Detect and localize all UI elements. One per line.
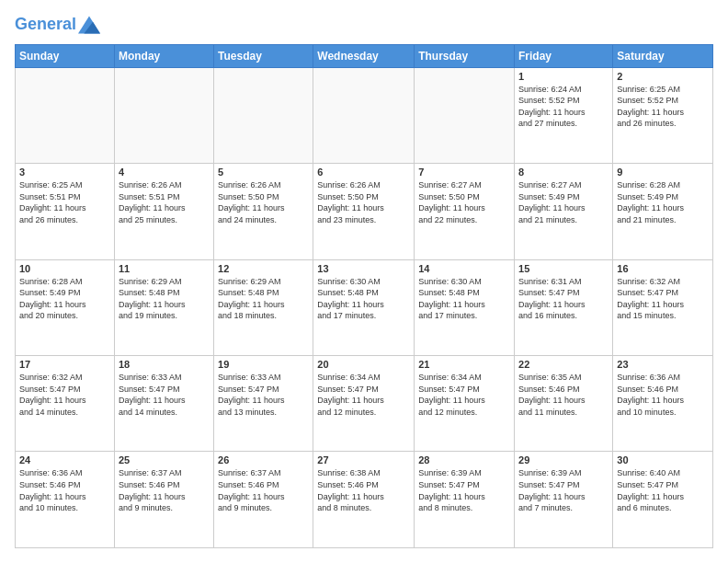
day-cell: 30Sunrise: 6:40 AM Sunset: 5:47 PM Dayli…	[613, 452, 713, 548]
day-number: 12	[218, 263, 309, 274]
day-number: 15	[518, 263, 609, 274]
day-number: 10	[19, 263, 110, 274]
day-info: Sunrise: 6:36 AM Sunset: 5:46 PM Dayligh…	[19, 467, 110, 513]
day-number: 7	[418, 167, 510, 178]
day-cell: 1Sunrise: 6:24 AM Sunset: 5:52 PM Daylig…	[515, 67, 613, 163]
day-cell: 11Sunrise: 6:29 AM Sunset: 5:48 PM Dayli…	[114, 259, 213, 355]
day-number: 17	[19, 359, 110, 370]
day-cell: 14Sunrise: 6:30 AM Sunset: 5:48 PM Dayli…	[415, 259, 515, 355]
day-cell: 25Sunrise: 6:37 AM Sunset: 5:46 PM Dayli…	[114, 452, 213, 548]
day-number: 9	[617, 167, 709, 178]
day-cell	[313, 67, 415, 163]
day-info: Sunrise: 6:33 AM Sunset: 5:47 PM Dayligh…	[218, 372, 309, 418]
day-number: 21	[418, 359, 510, 370]
day-info: Sunrise: 6:35 AM Sunset: 5:46 PM Dayligh…	[518, 372, 609, 418]
day-number: 20	[317, 359, 410, 370]
day-info: Sunrise: 6:30 AM Sunset: 5:48 PM Dayligh…	[317, 276, 410, 322]
day-info: Sunrise: 6:37 AM Sunset: 5:46 PM Dayligh…	[218, 467, 309, 513]
day-cell: 13Sunrise: 6:30 AM Sunset: 5:48 PM Dayli…	[313, 259, 415, 355]
week-row-3: 17Sunrise: 6:32 AM Sunset: 5:47 PM Dayli…	[16, 356, 713, 452]
day-number: 23	[617, 359, 709, 370]
day-cell: 10Sunrise: 6:28 AM Sunset: 5:49 PM Dayli…	[16, 259, 115, 355]
day-cell: 26Sunrise: 6:37 AM Sunset: 5:46 PM Dayli…	[214, 452, 313, 548]
day-number: 11	[119, 263, 210, 274]
day-cell: 8Sunrise: 6:27 AM Sunset: 5:49 PM Daylig…	[515, 164, 613, 259]
day-cell	[114, 67, 213, 163]
week-row-1: 3Sunrise: 6:25 AM Sunset: 5:51 PM Daylig…	[16, 164, 713, 259]
day-cell: 27Sunrise: 6:38 AM Sunset: 5:46 PM Dayli…	[313, 452, 415, 548]
day-number: 4	[119, 167, 210, 178]
day-number: 2	[617, 71, 709, 82]
day-info: Sunrise: 6:34 AM Sunset: 5:47 PM Dayligh…	[418, 372, 510, 418]
day-number: 3	[19, 167, 110, 178]
logo: General	[15, 15, 100, 35]
weekday-header-friday: Friday	[515, 44, 613, 67]
calendar-table: SundayMondayTuesdayWednesdayThursdayFrid…	[15, 44, 713, 548]
day-cell: 28Sunrise: 6:39 AM Sunset: 5:47 PM Dayli…	[415, 452, 515, 548]
day-cell: 12Sunrise: 6:29 AM Sunset: 5:48 PM Dayli…	[214, 259, 313, 355]
day-info: Sunrise: 6:39 AM Sunset: 5:47 PM Dayligh…	[418, 467, 510, 513]
day-cell: 23Sunrise: 6:36 AM Sunset: 5:46 PM Dayli…	[613, 356, 713, 452]
day-info: Sunrise: 6:26 AM Sunset: 5:51 PM Dayligh…	[119, 179, 210, 225]
day-info: Sunrise: 6:31 AM Sunset: 5:47 PM Dayligh…	[518, 276, 609, 322]
page: General SundayMondayTuesdayWednesdayThur…	[0, 0, 728, 563]
day-info: Sunrise: 6:26 AM Sunset: 5:50 PM Dayligh…	[317, 179, 410, 225]
day-number: 14	[418, 263, 510, 274]
weekday-header-thursday: Thursday	[415, 44, 515, 67]
day-cell: 3Sunrise: 6:25 AM Sunset: 5:51 PM Daylig…	[16, 164, 115, 259]
day-info: Sunrise: 6:24 AM Sunset: 5:52 PM Dayligh…	[518, 84, 609, 130]
day-number: 28	[418, 454, 510, 465]
day-info: Sunrise: 6:29 AM Sunset: 5:48 PM Dayligh…	[119, 276, 210, 322]
day-cell: 24Sunrise: 6:36 AM Sunset: 5:46 PM Dayli…	[16, 452, 115, 548]
day-number: 18	[119, 359, 210, 370]
day-info: Sunrise: 6:25 AM Sunset: 5:51 PM Dayligh…	[19, 179, 110, 225]
day-cell: 22Sunrise: 6:35 AM Sunset: 5:46 PM Dayli…	[515, 356, 613, 452]
week-row-4: 24Sunrise: 6:36 AM Sunset: 5:46 PM Dayli…	[16, 452, 713, 548]
day-info: Sunrise: 6:32 AM Sunset: 5:47 PM Dayligh…	[19, 372, 110, 418]
weekday-header-saturday: Saturday	[613, 44, 713, 67]
weekday-header-wednesday: Wednesday	[313, 44, 415, 67]
day-cell: 15Sunrise: 6:31 AM Sunset: 5:47 PM Dayli…	[515, 259, 613, 355]
day-info: Sunrise: 6:32 AM Sunset: 5:47 PM Dayligh…	[617, 276, 709, 322]
day-info: Sunrise: 6:39 AM Sunset: 5:47 PM Dayligh…	[518, 467, 609, 513]
day-cell	[16, 67, 115, 163]
day-number: 22	[518, 359, 609, 370]
day-info: Sunrise: 6:27 AM Sunset: 5:49 PM Dayligh…	[518, 179, 609, 225]
day-info: Sunrise: 6:28 AM Sunset: 5:49 PM Dayligh…	[19, 276, 110, 322]
day-cell: 18Sunrise: 6:33 AM Sunset: 5:47 PM Dayli…	[114, 356, 213, 452]
day-info: Sunrise: 6:40 AM Sunset: 5:47 PM Dayligh…	[617, 467, 709, 513]
day-info: Sunrise: 6:25 AM Sunset: 5:52 PM Dayligh…	[617, 84, 709, 130]
day-info: Sunrise: 6:37 AM Sunset: 5:46 PM Dayligh…	[119, 467, 210, 513]
day-number: 26	[218, 454, 309, 465]
day-info: Sunrise: 6:26 AM Sunset: 5:50 PM Dayligh…	[218, 179, 309, 225]
weekday-header-row: SundayMondayTuesdayWednesdayThursdayFrid…	[16, 44, 713, 67]
day-info: Sunrise: 6:28 AM Sunset: 5:49 PM Dayligh…	[617, 179, 709, 225]
day-cell: 29Sunrise: 6:39 AM Sunset: 5:47 PM Dayli…	[515, 452, 613, 548]
day-number: 1	[518, 71, 609, 82]
day-number: 25	[119, 454, 210, 465]
week-row-0: 1Sunrise: 6:24 AM Sunset: 5:52 PM Daylig…	[16, 67, 713, 163]
weekday-header-sunday: Sunday	[16, 44, 115, 67]
logo-text: General	[15, 15, 76, 35]
day-number: 5	[218, 167, 309, 178]
day-number: 19	[218, 359, 309, 370]
day-info: Sunrise: 6:36 AM Sunset: 5:46 PM Dayligh…	[617, 372, 709, 418]
day-number: 13	[317, 263, 410, 274]
day-cell: 7Sunrise: 6:27 AM Sunset: 5:50 PM Daylig…	[415, 164, 515, 259]
day-number: 24	[19, 454, 110, 465]
day-cell: 2Sunrise: 6:25 AM Sunset: 5:52 PM Daylig…	[613, 67, 713, 163]
day-cell: 5Sunrise: 6:26 AM Sunset: 5:50 PM Daylig…	[214, 164, 313, 259]
day-info: Sunrise: 6:38 AM Sunset: 5:46 PM Dayligh…	[317, 467, 410, 513]
day-info: Sunrise: 6:27 AM Sunset: 5:50 PM Dayligh…	[418, 179, 510, 225]
header: General	[15, 15, 713, 35]
day-cell: 4Sunrise: 6:26 AM Sunset: 5:51 PM Daylig…	[114, 164, 213, 259]
day-cell: 16Sunrise: 6:32 AM Sunset: 5:47 PM Dayli…	[613, 259, 713, 355]
day-info: Sunrise: 6:29 AM Sunset: 5:48 PM Dayligh…	[218, 276, 309, 322]
day-cell: 19Sunrise: 6:33 AM Sunset: 5:47 PM Dayli…	[214, 356, 313, 452]
day-info: Sunrise: 6:34 AM Sunset: 5:47 PM Dayligh…	[317, 372, 410, 418]
weekday-header-monday: Monday	[114, 44, 213, 67]
day-info: Sunrise: 6:30 AM Sunset: 5:48 PM Dayligh…	[418, 276, 510, 322]
day-number: 27	[317, 454, 410, 465]
day-cell: 6Sunrise: 6:26 AM Sunset: 5:50 PM Daylig…	[313, 164, 415, 259]
day-cell: 21Sunrise: 6:34 AM Sunset: 5:47 PM Dayli…	[415, 356, 515, 452]
